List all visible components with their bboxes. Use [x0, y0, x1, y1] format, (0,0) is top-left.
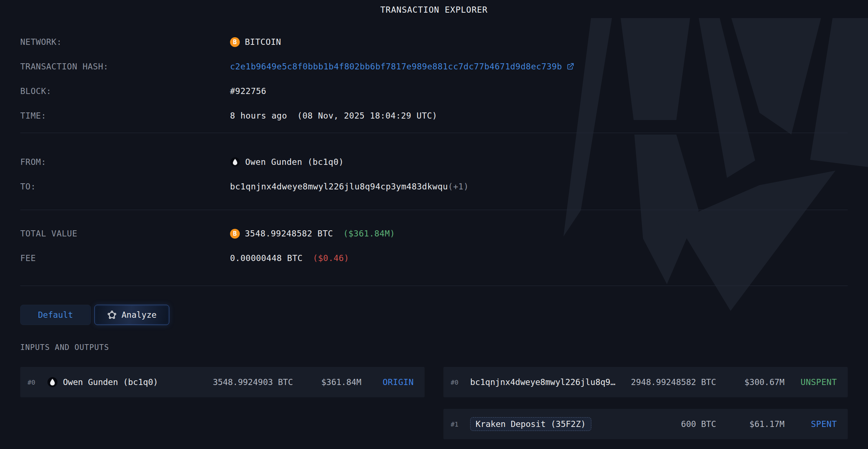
total-value-label: TOTAL VALUE: [20, 229, 230, 238]
from-entity-link[interactable]: Owen Gunden (bc1q0): [245, 157, 344, 167]
inputs-outputs-tables: #0 Owen Gunden (bc1q0) 3548.9924903 BTC …: [20, 367, 848, 439]
io-row-btc-amount: 600 BTC: [681, 419, 716, 429]
outputs-list: #0 bc1qnjnx4dweye8mwyl226jlu8q9… 2948.99…: [443, 367, 848, 439]
io-row-index: #0: [451, 379, 470, 386]
block-row: BLOCK: #922756: [20, 79, 848, 103]
io-row[interactable]: #0 Owen Gunden (bc1q0) 3548.9924903 BTC …: [20, 367, 425, 397]
tab-default-label: Default: [38, 310, 73, 320]
droplet-avatar-icon: [230, 157, 240, 167]
time-row: TIME: 8 hours ago (08 Nov, 2025 18:04:29…: [20, 103, 848, 128]
total-value-btc: 3548.99248582 BTC: [245, 229, 333, 238]
io-row-usd-amount: $61.17M: [721, 419, 784, 429]
io-row-name[interactable]: bc1qnjnx4dweye8mwyl226jlu8q9…: [470, 377, 616, 387]
external-link-icon[interactable]: [566, 63, 574, 70]
block-label: BLOCK:: [20, 86, 230, 96]
tx-summary-section: NETWORK: B BITCOIN TRANSACTION HASH: c2e…: [20, 30, 848, 128]
to-row: TO: bc1qnjnx4dweye8mwyl226jlu8q94cp3ym48…: [20, 174, 848, 199]
page-title: TRANSACTION EXPLORER: [20, 0, 848, 15]
io-row-usd-amount: $300.67M: [721, 377, 784, 387]
io-row-status[interactable]: SPENT: [788, 419, 837, 429]
transaction-hash-value[interactable]: c2e1b9649e5c8f0bbb1b4f802bb6bf7817e989e8…: [230, 62, 562, 71]
io-row-usd-amount: $361.84M: [298, 377, 361, 387]
to-extra-count: (+1): [448, 182, 469, 191]
from-row: FROM: Owen Gunden (bc1q0): [20, 150, 848, 174]
io-row[interactable]: #1 Kraken Deposit (35F2Z) 600 BTC $61.17…: [443, 409, 848, 439]
fee-usd: ($0.46): [313, 253, 349, 263]
tab-analyze[interactable]: Analyze: [94, 305, 169, 325]
hash-row: TRANSACTION HASH: c2e1b9649e5c8f0bbb1b4f…: [20, 54, 848, 79]
network-label: NETWORK:: [20, 37, 230, 47]
inputs-list: #0 Owen Gunden (bc1q0) 3548.9924903 BTC …: [20, 367, 425, 397]
io-row-status[interactable]: ORIGIN: [365, 377, 414, 387]
io-row-index: #1: [451, 420, 470, 428]
io-row-name[interactable]: Kraken Deposit (35F2Z): [470, 417, 591, 431]
io-row-index: #0: [27, 379, 47, 386]
transaction-explorer-page: TRANSACTION EXPLORER NETWORK: B BITCOIN …: [0, 0, 868, 449]
divider: [20, 210, 848, 210]
divider: [20, 133, 848, 133]
bitcoin-icon: B: [230, 229, 240, 239]
analyze-graph-icon: [107, 310, 117, 320]
block-value: #922756: [230, 86, 266, 96]
time-absolute: (08 Nov, 2025 18:04:29 UTC): [297, 111, 437, 120]
tx-value-section: TOTAL VALUE B 3548.99248582 BTC ($361.84…: [20, 221, 848, 270]
from-label: FROM:: [20, 157, 230, 167]
io-row-btc-amount: 2948.99248582 BTC: [631, 377, 716, 387]
hash-label: TRANSACTION HASH:: [20, 62, 230, 71]
tab-analyze-label: Analyze: [122, 310, 157, 320]
bitcoin-icon: B: [230, 37, 240, 47]
divider: [20, 286, 848, 286]
io-row[interactable]: #0 bc1qnjnx4dweye8mwyl226jlu8q9… 2948.99…: [443, 367, 848, 397]
io-row-btc-amount: 3548.9924903 BTC: [213, 377, 293, 387]
network-row: NETWORK: B BITCOIN: [20, 30, 848, 54]
io-row-status[interactable]: UNSPENT: [788, 377, 837, 387]
view-mode-tabs: Default Analyze: [20, 305, 848, 325]
to-address-link[interactable]: bc1qnjnx4dweye8mwyl226jlu8q94cp3ym483dkw…: [230, 182, 448, 191]
tx-parties-section: FROM: Owen Gunden (bc1q0) TO: bc1qnjnx4d…: [20, 150, 848, 199]
io-row-name[interactable]: Owen Gunden (bc1q0): [63, 377, 158, 387]
network-value: BITCOIN: [245, 37, 281, 47]
total-value-row: TOTAL VALUE B 3548.99248582 BTC ($361.84…: [20, 221, 848, 246]
fee-row: FEE 0.00000448 BTC ($0.46): [20, 246, 848, 270]
fee-label: FEE: [20, 253, 230, 263]
to-label: TO:: [20, 182, 230, 191]
tab-default[interactable]: Default: [20, 305, 91, 325]
total-value-usd: ($361.84M): [343, 229, 395, 238]
transaction-hash-link[interactable]: c2e1b9649e5c8f0bbb1b4f802bb6bf7817e989e8…: [230, 62, 574, 71]
inputs-outputs-heading: INPUTS AND OUTPUTS: [20, 342, 848, 352]
time-relative: 8 hours ago: [230, 111, 287, 120]
droplet-avatar-icon: [47, 377, 58, 388]
time-label: TIME:: [20, 111, 230, 120]
fee-btc: 0.00000448 BTC: [230, 253, 303, 263]
